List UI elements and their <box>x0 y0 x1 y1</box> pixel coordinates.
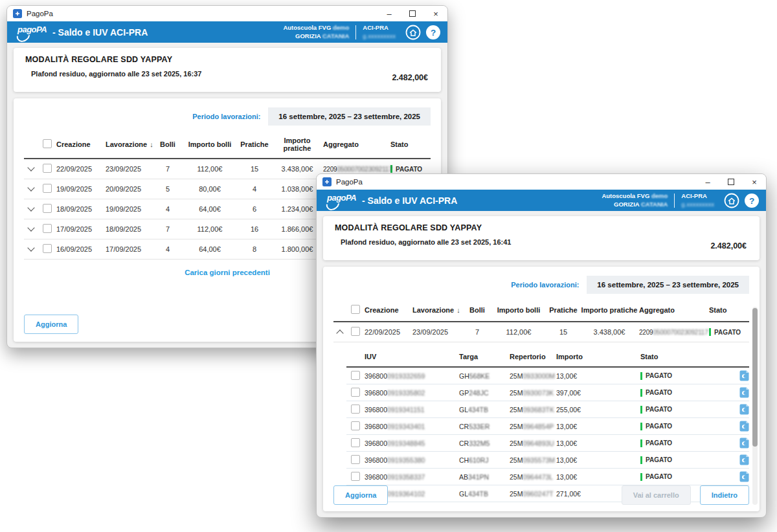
row-checkbox[interactable] <box>43 244 52 253</box>
row-checkbox[interactable] <box>43 224 52 233</box>
col-header-lavorazione[interactable]: Lavorazione↓ <box>412 306 464 314</box>
aggiorna-button[interactable]: Aggiorna <box>24 315 78 334</box>
expand-cell <box>333 328 346 336</box>
col-header-aggregato[interactable]: Aggregato <box>639 306 709 314</box>
scrollbar-thumb[interactable] <box>752 308 758 447</box>
col-header-importo-pratiche[interactable]: Importo pratiche <box>580 306 639 314</box>
receipt-icon[interactable] <box>735 421 749 432</box>
cell-creazione: 22/09/2025 <box>56 165 106 173</box>
select-all-checkbox[interactable] <box>43 139 52 148</box>
close-button[interactable]: × <box>424 6 447 21</box>
cell-bolli: 4 <box>153 205 182 213</box>
maximize-button[interactable] <box>719 174 743 190</box>
help-icon[interactable]: ? <box>744 193 760 208</box>
org-info: Autoscuola FVG demo GORIZIA CATANIA <box>602 192 668 208</box>
row-checkbox[interactable] <box>351 405 360 414</box>
chevron-down-icon[interactable] <box>27 204 34 211</box>
chevron-down-icon[interactable] <box>27 184 34 191</box>
col-header-creazione[interactable]: Creazione <box>365 306 412 314</box>
col-header-importo-pratiche[interactable]: Importo pratiche <box>271 137 323 152</box>
col-header-bolli[interactable]: Bolli <box>464 306 490 314</box>
receipt-icon[interactable] <box>735 370 749 381</box>
col-header-sub-stato[interactable]: Stato <box>640 353 735 360</box>
cell-importo-pratiche: 3.438,00€ <box>271 165 323 173</box>
value-redacted: 0964893U <box>523 439 554 447</box>
aggiorna-button[interactable]: Aggiorna <box>333 485 388 505</box>
minimize-button[interactable]: – <box>377 6 401 21</box>
minimize-button[interactable]: – <box>696 174 719 190</box>
row-checkbox[interactable] <box>351 371 360 380</box>
svg-text:?: ? <box>749 195 754 205</box>
cell-iuv: 3968000919358337 <box>365 473 459 481</box>
row-checkbox[interactable] <box>351 455 360 464</box>
row-checkbox[interactable] <box>351 421 360 430</box>
row-checkbox[interactable] <box>43 164 52 173</box>
actions-bar: Aggiorna Vai al carrello Indietro <box>333 485 749 505</box>
receipt-icon[interactable] <box>735 438 749 449</box>
cell-targa: CH610RJ <box>459 456 510 464</box>
value-redacted: 341PN <box>468 473 489 481</box>
col-header-aggregato[interactable]: Aggregato <box>323 140 390 148</box>
col-header-importo-bolli[interactable]: Importo bolli <box>490 306 547 314</box>
iuv-row: 3968000919343401CR533ER25M0964854P13,00€… <box>346 418 749 435</box>
indietro-button[interactable]: Indietro <box>700 485 749 505</box>
row-checkbox[interactable] <box>351 472 360 481</box>
col-header-stato[interactable]: Stato <box>709 306 749 314</box>
receipt-icon[interactable] <box>735 471 749 482</box>
cell-lavorazione: 17/09/2025 <box>106 245 153 253</box>
col-header-pratiche[interactable]: Pratiche <box>547 306 580 314</box>
help-icon[interactable]: ? <box>425 25 441 40</box>
cell-pratiche: 15 <box>547 328 580 336</box>
iuv-row: 3968000919348845CR332M525M0964893U13,00€… <box>346 435 749 452</box>
close-button[interactable]: × <box>743 174 766 190</box>
cell-importo-bolli: 112,00€ <box>182 165 238 173</box>
checkbox-cell <box>346 455 365 465</box>
app-title: - Saldo e IUV ACI-PRA <box>52 27 283 38</box>
periodo-value[interactable]: 16 settembre, 2025 – 23 settembre, 2025 <box>587 276 749 294</box>
col-header-creazione[interactable]: Creazione <box>56 140 106 148</box>
col-header-iuv[interactable]: IUV <box>365 353 459 360</box>
col-header-stato[interactable]: Stato <box>390 140 431 148</box>
cell-importo-bolli: 112,00€ <box>182 225 238 233</box>
status-label: PAGATO <box>646 473 672 480</box>
select-all-checkbox[interactable] <box>351 305 360 314</box>
value-redacted: 0919343401 <box>387 423 425 430</box>
col-header-lavorazione[interactable]: Lavorazione↓ <box>106 140 153 148</box>
periodo-value[interactable]: 16 settembre, 2025 – 23 settembre, 2025 <box>268 107 431 126</box>
window-title: PagoPa <box>336 178 696 186</box>
scrollbar[interactable] <box>752 307 758 505</box>
receipt-icon[interactable] <box>735 454 749 465</box>
col-header-pratiche[interactable]: Pratiche <box>238 140 271 148</box>
receipt-icon[interactable] <box>735 387 749 398</box>
iuv-row: 3968000919335802GP248JC25M0930073K397,00… <box>346 384 749 401</box>
row-checkbox[interactable] <box>43 204 52 213</box>
col-header-importo[interactable]: Importo <box>556 353 640 360</box>
chevron-down-icon[interactable] <box>27 164 34 171</box>
row-checkbox[interactable] <box>43 184 52 193</box>
chevron-up-icon[interactable] <box>336 329 343 337</box>
col-header-targa[interactable]: Targa <box>459 353 510 360</box>
receipt-icon[interactable] <box>735 404 749 415</box>
chevron-down-icon[interactable] <box>27 244 34 251</box>
row-checkbox[interactable] <box>351 327 360 336</box>
vai-al-carrello-button[interactable]: Vai al carrello <box>622 485 691 505</box>
plafond-subtitle: Plafond residuo, aggiornato alle 23 set … <box>31 70 429 78</box>
status-badge: PAGATO <box>390 165 431 173</box>
home-icon[interactable] <box>405 25 421 40</box>
chevron-down-icon[interactable] <box>27 224 34 231</box>
col-header-bolli[interactable]: Bolli <box>153 140 182 148</box>
lavorazioni-card: Periodo lavorazioni: 16 settembre, 2025 … <box>323 267 760 511</box>
col-header-importo-bolli[interactable]: Importo bolli <box>182 140 238 148</box>
row-checkbox[interactable] <box>351 388 360 397</box>
value-redacted: 0935573M <box>523 456 555 464</box>
maximize-button[interactable] <box>401 6 424 21</box>
home-icon[interactable] <box>724 193 739 208</box>
value-visible: 396800 <box>365 473 387 481</box>
plafond-card: MODALITÀ REGOLARE SDD YAPPAY Plafond res… <box>323 216 760 260</box>
cell-repertorio: 25M0933000M <box>510 372 556 380</box>
cell-pratiche: 16 <box>238 225 271 233</box>
row-checkbox[interactable] <box>351 438 360 447</box>
cell-importo-bolli: 64,00€ <box>182 245 238 253</box>
col-header-repertorio[interactable]: Repertorio <box>510 353 556 360</box>
value-visible: 396800 <box>365 423 387 430</box>
